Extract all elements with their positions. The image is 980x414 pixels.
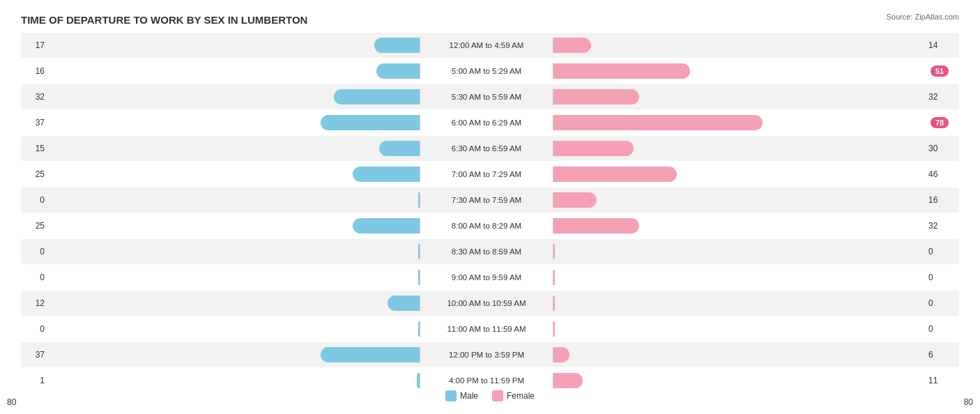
female-bar-wrap <box>553 270 924 285</box>
female-value: 6 <box>924 350 959 360</box>
male-bar-wrap <box>49 373 420 388</box>
male-bar-wrap <box>49 321 420 337</box>
male-bar-wrap <box>49 141 420 156</box>
time-label: 8:00 AM to 8:29 AM <box>420 222 553 230</box>
bars-area: 12:00 PM to 3:59 PM <box>49 342 924 367</box>
time-label: 5:30 AM to 5:59 AM <box>420 93 553 101</box>
chart-row: 1712:00 AM to 4:59 AM14 <box>21 33 959 58</box>
female-bar <box>553 296 555 311</box>
female-bar-wrap <box>553 296 924 311</box>
chart-row: 325:30 AM to 5:59 AM32 <box>21 84 959 109</box>
female-bar <box>553 192 597 208</box>
female-value: 51 <box>924 66 959 76</box>
female-bar-wrap <box>553 115 924 130</box>
female-bar-wrap <box>553 244 924 259</box>
female-label: Female <box>507 391 535 401</box>
chart-legend: Male Female <box>445 390 535 401</box>
female-bar <box>553 270 555 285</box>
bars-area: 8:00 AM to 8:29 AM <box>49 213 924 238</box>
female-value: 32 <box>924 221 959 231</box>
chart-row: 07:30 AM to 7:59 AM16 <box>21 187 959 213</box>
time-label: 4:00 PM to 11:59 PM <box>420 376 553 385</box>
time-label: 7:00 AM to 7:29 AM <box>420 170 553 178</box>
chart-row: 258:00 AM to 8:29 AM32 <box>21 213 959 238</box>
female-bar-wrap <box>553 192 924 208</box>
time-label: 9:00 AM to 9:59 AM <box>420 273 553 282</box>
male-bar-wrap <box>49 218 420 233</box>
female-value: 0 <box>924 273 959 282</box>
time-label: 11:00 AM to 11:59 AM <box>420 325 553 333</box>
male-bar <box>334 89 420 105</box>
male-value: 12 <box>21 298 49 308</box>
female-bar-wrap <box>553 373 924 388</box>
chart-footer: 80 Male Female 80 <box>0 397 980 407</box>
female-bar-wrap <box>553 89 924 105</box>
female-bar-wrap <box>553 218 924 233</box>
male-label: Male <box>460 391 478 401</box>
female-bar <box>553 321 555 337</box>
female-value: 14 <box>924 40 959 50</box>
male-bar <box>321 347 420 362</box>
male-value: 0 <box>21 273 49 282</box>
time-label: 6:00 AM to 6:29 AM <box>420 118 553 127</box>
chart-row: 08:30 AM to 8:59 AM0 <box>21 239 959 264</box>
chart-row: 156:30 AM to 6:59 AM30 <box>21 136 959 161</box>
female-value: 0 <box>924 324 959 334</box>
female-value: 11 <box>924 376 959 385</box>
male-bar-wrap <box>49 192 420 208</box>
footer-right-val: 80 <box>964 397 973 407</box>
female-bar-wrap <box>553 38 924 53</box>
legend-male: Male <box>445 390 478 401</box>
male-value: 17 <box>21 40 49 50</box>
male-bar-wrap <box>49 38 420 53</box>
time-label: 5:00 AM to 5:29 AM <box>420 67 553 75</box>
bars-area: 4:00 PM to 11:59 PM <box>49 368 924 393</box>
male-value: 1 <box>21 376 49 385</box>
male-bar <box>374 38 420 53</box>
male-swatch <box>445 390 457 401</box>
male-bar <box>321 115 420 130</box>
female-value: 0 <box>924 247 959 256</box>
chart-area: 1712:00 AM to 4:59 AM14165:00 AM to 5:29… <box>21 33 959 356</box>
male-bar <box>376 63 420 79</box>
female-bar <box>553 89 639 105</box>
chart-row: 1210:00 AM to 10:59 AM0 <box>21 291 959 316</box>
bars-area: 10:00 AM to 10:59 AM <box>49 291 924 316</box>
female-value: 0 <box>924 298 959 308</box>
female-bar <box>553 141 634 156</box>
female-bar <box>553 347 569 362</box>
male-bar-wrap <box>49 347 420 362</box>
female-bar-wrap <box>553 321 924 337</box>
chart-title: TIME OF DEPARTURE TO WORK BY SEX IN LUMB… <box>21 14 959 26</box>
source-label: Source: ZipAtlas.com <box>886 13 959 21</box>
male-bar <box>353 167 420 182</box>
female-bar-wrap <box>553 347 924 362</box>
male-bar <box>388 296 420 311</box>
male-value: 0 <box>21 195 49 205</box>
male-value: 25 <box>21 169 49 179</box>
female-bar-wrap <box>553 141 924 156</box>
female-value: 32 <box>924 92 959 102</box>
time-label: 8:30 AM to 8:59 AM <box>420 247 553 256</box>
chart-row: 14:00 PM to 11:59 PM11 <box>21 368 959 393</box>
chart-row: 011:00 AM to 11:59 AM0 <box>21 316 959 342</box>
female-value: 16 <box>924 195 959 205</box>
bars-area: 12:00 AM to 4:59 AM <box>49 33 924 58</box>
male-value: 37 <box>21 118 49 128</box>
time-label: 12:00 AM to 4:59 AM <box>420 41 553 49</box>
bars-area: 6:30 AM to 6:59 AM <box>49 136 924 161</box>
footer-left-val: 80 <box>7 397 16 407</box>
male-value: 0 <box>21 324 49 334</box>
legend-female: Female <box>492 390 535 401</box>
male-bar-wrap <box>49 244 420 259</box>
male-value: 25 <box>21 221 49 231</box>
chart-row: 376:00 AM to 6:29 AM78 <box>21 110 959 135</box>
male-value: 15 <box>21 144 49 153</box>
male-value: 16 <box>21 66 49 76</box>
bars-area: 11:00 AM to 11:59 AM <box>49 316 924 342</box>
male-value: 32 <box>21 92 49 102</box>
male-bar-wrap <box>49 270 420 285</box>
chart-row: 257:00 AM to 7:29 AM46 <box>21 162 959 187</box>
female-bar <box>553 63 690 79</box>
time-label: 6:30 AM to 6:59 AM <box>420 144 553 153</box>
